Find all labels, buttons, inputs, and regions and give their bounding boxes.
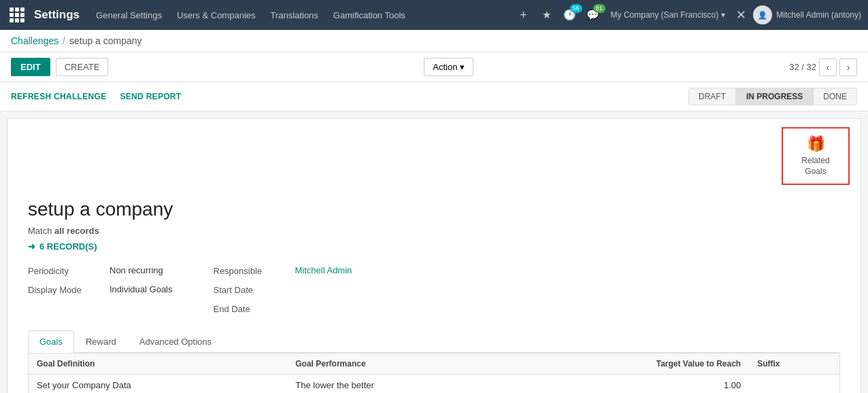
- related-goals-button[interactable]: 🎁 RelatedGoals: [782, 127, 850, 185]
- action-chevron-icon: ▾: [460, 62, 465, 72]
- status-buttons: DRAFT IN PROGRESS DONE: [688, 88, 857, 105]
- add-icon[interactable]: +: [514, 5, 533, 24]
- end-date-label: End Date: [214, 303, 288, 314]
- breadcrumb-parent[interactable]: Challenges: [11, 35, 59, 46]
- nav-translations[interactable]: Translations: [265, 7, 324, 23]
- match-text: Match: [28, 226, 54, 236]
- breadcrumb: Challenges / setup a company: [0, 30, 868, 52]
- form-body: setup a company Match all records ➜ 6 RE…: [7, 185, 861, 393]
- tab-advanced-options[interactable]: Advanced Options: [128, 330, 223, 352]
- col-goal-definition: Goal Definition: [29, 354, 287, 375]
- main-toolbar: EDIT CREATE Action ▾ 32 / 32 ‹ ›: [0, 52, 868, 82]
- display-mode-value: Individual Goals: [110, 284, 173, 294]
- status-draft-button[interactable]: DRAFT: [688, 88, 736, 105]
- cell-goal-perf-1: The lower the better: [287, 375, 515, 393]
- match-bold: all records: [54, 226, 99, 236]
- col-suffix: Suffix: [749, 354, 839, 375]
- user-info[interactable]: 👤 Mitchell Admin (antony): [753, 5, 861, 24]
- periodicity-value: Non recurring: [110, 265, 163, 275]
- start-date-label: Start Date: [214, 284, 288, 295]
- send-report-button[interactable]: SEND REPORT: [120, 89, 188, 104]
- chat-badge: 81: [593, 4, 605, 13]
- tabs-bar: Goals Reward Advanced Options: [28, 330, 840, 353]
- nav-general-settings[interactable]: General Settings: [90, 7, 167, 23]
- left-fields: Periodicity Non recurring Display Mode I…: [28, 265, 173, 314]
- record-position: 32 / 32: [789, 62, 816, 72]
- record-nav: 32 / 32 ‹ ›: [789, 58, 857, 76]
- top-nav: Settings General Settings Users & Compan…: [0, 0, 868, 30]
- create-button[interactable]: CREATE: [56, 58, 109, 76]
- status-in-progress-button[interactable]: IN PROGRESS: [736, 88, 813, 105]
- prev-record-button[interactable]: ‹: [819, 58, 837, 76]
- cell-target-1: 1.00: [515, 375, 749, 393]
- match-line: Match all records: [28, 226, 840, 236]
- refresh-challenge-button[interactable]: REFRESH CHALLENGE: [11, 89, 113, 104]
- next-record-button[interactable]: ›: [839, 58, 857, 76]
- avatar: 👤: [753, 5, 772, 24]
- breadcrumb-separator: /: [63, 35, 65, 46]
- tab-goals[interactable]: Goals: [28, 330, 74, 353]
- company-name: My Company (San Francisco): [611, 10, 719, 20]
- goals-table: Goal Definition Goal Performance Target …: [28, 353, 840, 393]
- goals-table-element: Goal Definition Goal Performance Target …: [29, 354, 839, 393]
- right-fields: Responsible Mitchell Admin Start Date En…: [214, 265, 352, 314]
- records-count: 6 RECORD(S): [39, 241, 97, 252]
- form-title: setup a company: [28, 199, 840, 220]
- main-content: 🎁 RelatedGoals setup a company Match all…: [7, 118, 861, 393]
- display-mode-field: Display Mode Individual Goals: [28, 284, 173, 295]
- user-name: Mitchell Admin (antony): [776, 10, 861, 20]
- company-chevron-icon: ▾: [721, 10, 725, 20]
- col-target-value: Target Value to Reach: [515, 354, 749, 375]
- app-name: Settings: [34, 8, 80, 22]
- cell-goal-def-1: Set your Company Data: [29, 375, 287, 393]
- chat-icon[interactable]: 💬 81: [584, 5, 603, 24]
- periodicity-field: Periodicity Non recurring: [28, 265, 173, 276]
- nav-gamification-tools[interactable]: Gamification Tools: [328, 7, 411, 23]
- end-date-field: End Date: [214, 303, 352, 314]
- close-icon[interactable]: ✕: [733, 7, 749, 22]
- nav-users-companies[interactable]: Users & Companies: [171, 7, 261, 23]
- breadcrumb-current: setup a company: [69, 35, 142, 46]
- responsible-field: Responsible Mitchell Admin: [214, 265, 352, 276]
- apps-icon[interactable]: [7, 5, 27, 25]
- status-done-button[interactable]: DONE: [813, 88, 857, 105]
- related-goals-label: RelatedGoals: [801, 156, 829, 177]
- table-header-row: Goal Definition Goal Performance Target …: [29, 354, 839, 375]
- periodicity-label: Periodicity: [28, 265, 103, 276]
- bug-icon[interactable]: ★: [537, 5, 556, 24]
- start-date-field: Start Date: [214, 284, 352, 295]
- arrow-icon: ➜: [28, 241, 35, 252]
- display-mode-label: Display Mode: [28, 284, 103, 295]
- action-label: Action: [433, 62, 457, 72]
- col-goal-performance: Goal Performance: [287, 354, 515, 375]
- clock-badge: 56: [570, 4, 582, 13]
- clock-icon[interactable]: 🕐 56: [561, 5, 580, 24]
- form-fields: Periodicity Non recurring Display Mode I…: [28, 265, 840, 314]
- company-selector[interactable]: My Company (San Francisco) ▾: [611, 10, 726, 20]
- gift-icon: 🎁: [807, 135, 825, 153]
- sub-toolbar: REFRESH CHALLENGE SEND REPORT DRAFT IN P…: [0, 82, 868, 112]
- responsible-value[interactable]: Mitchell Admin: [295, 265, 352, 275]
- tab-reward[interactable]: Reward: [74, 330, 128, 352]
- responsible-label: Responsible: [214, 265, 288, 276]
- records-link[interactable]: ➜ 6 RECORD(S): [28, 241, 840, 252]
- related-goals-area: 🎁 RelatedGoals: [7, 119, 861, 185]
- cell-suffix-1: [749, 375, 839, 393]
- action-button[interactable]: Action ▾: [424, 58, 473, 76]
- edit-button[interactable]: EDIT: [11, 58, 50, 76]
- table-row[interactable]: Set your Company Data The lower the bett…: [29, 375, 839, 393]
